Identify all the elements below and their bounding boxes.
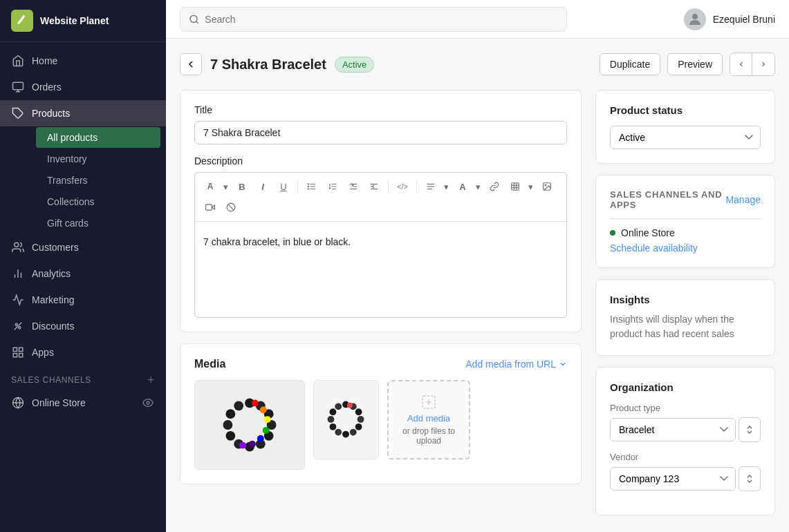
sales-channels-label: SALES CHANNELS (11, 375, 91, 385)
subnav-all-products[interactable]: All products (36, 127, 160, 148)
sales-channels-title: SALES CHANNELS AND APPS (610, 189, 725, 210)
search-bar[interactable] (180, 7, 567, 32)
sidebar-item-discounts[interactable]: Discounts (0, 313, 166, 339)
sidebar-item-analytics-label: Analytics (32, 268, 71, 279)
font-color-btn[interactable]: A (453, 177, 472, 196)
svg-rect-50 (195, 381, 304, 469)
marketing-icon (11, 293, 25, 307)
insights-text: Insights will display when the product h… (610, 312, 761, 341)
svg-marker-46 (212, 205, 214, 209)
media-item-2[interactable] (313, 380, 379, 459)
side-column: Product status Active Draft SALES CHANNE… (595, 90, 775, 515)
products-icon (11, 106, 25, 120)
toolbar-sep-2 (388, 180, 389, 193)
align-dropdown[interactable]: ▾ (440, 177, 452, 196)
underline-btn[interactable]: U (274, 177, 293, 196)
vendor-stepper[interactable] (739, 466, 761, 491)
image-btn[interactable] (537, 177, 557, 196)
search-input[interactable] (205, 14, 558, 25)
manage-link[interactable]: Manage (725, 194, 761, 205)
sidebar-item-customers[interactable]: Customers (0, 234, 166, 260)
media-dropzone[interactable]: Add media or drop files to upload (387, 380, 470, 459)
insights-card: Insights Insights will display when the … (595, 279, 775, 356)
sidebar-header: Website Planet (0, 0, 166, 42)
table-dropdown[interactable]: ▾ (525, 177, 536, 196)
subnav-transfers[interactable]: Transfers (36, 170, 160, 191)
bold-btn[interactable]: B (232, 177, 252, 196)
table-btn[interactable] (505, 177, 525, 196)
video-btn[interactable] (201, 198, 220, 217)
organization-title: Organization (610, 381, 761, 393)
font-style-dropdown[interactable]: ▾ (220, 177, 231, 196)
next-product-button[interactable] (752, 53, 774, 75)
svg-line-19 (196, 21, 198, 23)
subnav-gift-cards[interactable]: Gift cards (36, 213, 160, 234)
topbar: Ezequiel Bruni (166, 0, 789, 39)
media-grid: Add media or drop files to upload (194, 380, 567, 470)
divider-1 (610, 218, 761, 219)
preview-button[interactable]: Preview (667, 53, 723, 75)
user-area[interactable]: Ezequiel Bruni (684, 8, 775, 30)
font-color-dropdown[interactable]: ▾ (472, 177, 483, 196)
media-card: Media Add media from URL (180, 343, 582, 484)
vendor-select[interactable]: Company 123 (610, 467, 736, 491)
product-type-stepper[interactable] (739, 417, 761, 442)
header-actions: Duplicate Preview (600, 53, 775, 76)
svg-rect-13 (19, 354, 23, 357)
svg-rect-12 (19, 348, 23, 351)
product-type-select[interactable]: Bracelet (610, 418, 736, 441)
sidebar-item-orders[interactable]: Orders (0, 74, 166, 100)
eye-icon[interactable] (141, 396, 155, 410)
align-btn[interactable] (421, 177, 440, 196)
schedule-link[interactable]: Schedule availability (610, 243, 761, 254)
sidebar-item-analytics[interactable]: Analytics (0, 260, 166, 287)
description-label: Description (194, 155, 567, 167)
svg-point-24 (308, 184, 308, 184)
add-media-url-btn[interactable]: Add media from URL (465, 359, 567, 370)
outdent-btn[interactable] (364, 177, 384, 196)
sidebar-item-marketing[interactable]: Marketing (0, 287, 166, 313)
code-btn[interactable]: </> (393, 177, 412, 196)
svg-point-59 (225, 431, 235, 441)
duplicate-button[interactable]: Duplicate (600, 53, 660, 75)
status-select[interactable]: Active Draft (610, 126, 761, 149)
clear-format-btn[interactable] (221, 198, 241, 217)
svg-point-75 (355, 424, 362, 430)
subnav-inventory[interactable]: Inventory (36, 149, 160, 169)
description-text: 7 chakra bracelet, in blue or black. (203, 236, 351, 247)
main-wrapper: Ezequiel Bruni 7 Shakra Bracelet Active … (166, 0, 789, 532)
font-style-btn[interactable]: A (201, 177, 220, 196)
svg-point-68 (249, 441, 256, 448)
link-btn[interactable] (485, 177, 504, 196)
media-item-1[interactable] (194, 380, 305, 470)
online-store-icon (11, 396, 25, 410)
subnav-collections[interactable]: Collections (36, 191, 160, 212)
indent-btn[interactable] (344, 177, 363, 196)
upload-icon (420, 394, 437, 410)
product-layout: Title Description A ▾ B I (180, 90, 775, 515)
media-title: Media (194, 358, 225, 370)
sales-channel-online-store[interactable]: Online Store (0, 390, 166, 415)
ordered-list-btn[interactable] (323, 177, 342, 196)
description-editor[interactable]: 7 chakra bracelet, in blue or black. (195, 227, 566, 317)
sidebar-item-home[interactable]: Home (0, 48, 166, 74)
svg-point-82 (335, 403, 342, 410)
svg-rect-11 (13, 348, 17, 351)
title-input[interactable] (194, 121, 567, 144)
svg-point-45 (545, 184, 546, 186)
svg-point-17 (147, 401, 149, 404)
sidebar-item-apps-label: Apps (32, 347, 54, 358)
add-sales-channel-btn[interactable]: + (147, 374, 155, 386)
unordered-list-btn[interactable] (302, 177, 322, 196)
add-media-text: Add media (407, 413, 450, 424)
editor-toolbar: A ▾ B I U (195, 173, 566, 222)
sidebar-item-apps[interactable]: Apps (0, 339, 166, 365)
discounts-icon (11, 319, 25, 333)
italic-btn[interactable]: I (253, 177, 272, 196)
prev-product-button[interactable] (730, 53, 752, 75)
sidebar-item-products[interactable]: Products (0, 100, 166, 126)
back-button[interactable] (180, 53, 202, 75)
svg-point-69 (239, 442, 246, 449)
insights-title: Insights (610, 294, 761, 305)
font-color-group: A ▾ (453, 177, 483, 196)
